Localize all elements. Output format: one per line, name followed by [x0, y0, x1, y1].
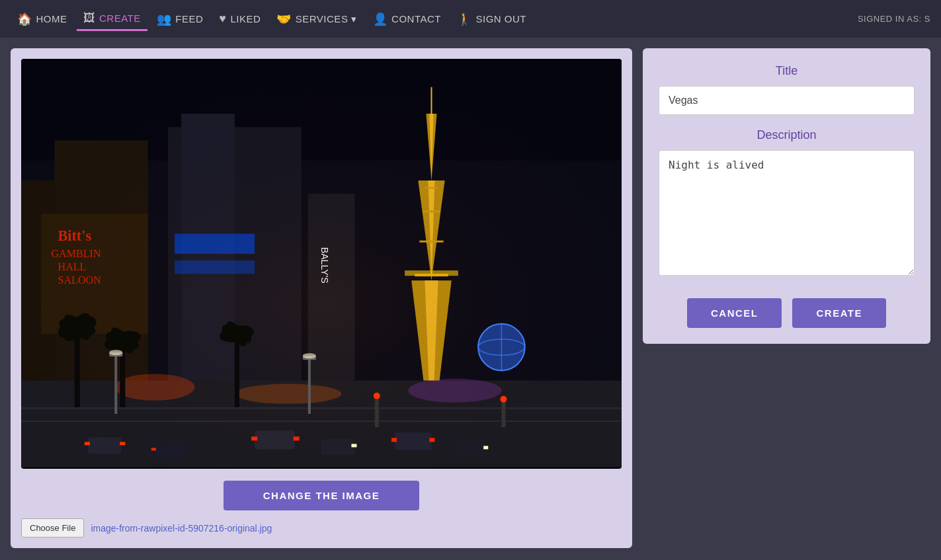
svg-rect-72 — [308, 357, 311, 414]
choose-file-button[interactable]: Choose File — [21, 518, 84, 538]
image-preview: Bitt's GAMBLIN HALL SALOON BALLY'S — [21, 59, 622, 469]
file-input-row: Choose File image-from-rawpixel-id-59072… — [21, 518, 622, 538]
nav-feed-label: Feed — [175, 13, 203, 24]
nav-signout[interactable]: 🚶 Sign Out — [450, 8, 533, 30]
svg-rect-69 — [114, 354, 117, 414]
nav-liked[interactable]: ♥ LIKed — [212, 8, 267, 30]
vegas-image: Bitt's GAMBLIN HALL SALOON BALLY'S — [21, 59, 622, 469]
nav-create[interactable]: 🖼 Create — [77, 7, 147, 31]
feed-icon: 👥 — [157, 12, 172, 26]
title-input[interactable] — [659, 86, 915, 115]
svg-rect-55 — [21, 60, 622, 467]
svg-rect-56 — [75, 327, 80, 407]
create-icon: 🖼 — [83, 11, 96, 25]
nav-contact[interactable]: 👤 Contact — [366, 8, 448, 30]
heart-icon: ♥ — [219, 12, 226, 26]
nav-contact-label: Contact — [391, 13, 441, 24]
change-image-button[interactable]: Change The Image — [224, 481, 420, 510]
services-icon: 🤝 — [276, 12, 292, 26]
svg-point-71 — [109, 350, 122, 355]
signed-in-label: Signed In as: S — [858, 14, 930, 24]
contact-icon: 👤 — [373, 12, 388, 26]
nav-home-label: Home — [36, 13, 67, 24]
nav-services-label: Services ▾ — [296, 13, 357, 25]
cancel-button[interactable]: Cancel — [687, 298, 782, 328]
nav-home[interactable]: 🏠 Home — [11, 8, 74, 30]
nav-liked-label: LIKed — [230, 13, 261, 24]
right-panel: Title Description Night is alived Cancel… — [643, 48, 930, 344]
nav-feed[interactable]: 👥 Feed — [150, 8, 210, 30]
nav-signout-label: Sign Out — [475, 13, 526, 24]
navbar: 🏠 Home 🖼 Create 👥 Feed ♥ LIKed 🤝 Service… — [0, 0, 941, 38]
description-textarea[interactable]: Night is alived — [659, 150, 915, 276]
file-name-label: image-from-rawpixel-id-5907216-original.… — [91, 523, 272, 534]
form-buttons: Cancel Create — [659, 298, 915, 328]
main-content: Bitt's GAMBLIN HALL SALOON BALLY'S — [0, 38, 941, 559]
title-label: Title — [659, 64, 915, 78]
left-panel: Bitt's GAMBLIN HALL SALOON BALLY'S — [11, 48, 632, 548]
nav-services[interactable]: 🤝 Services ▾ — [270, 8, 363, 30]
home-icon: 🏠 — [17, 12, 32, 26]
svg-point-74 — [303, 353, 316, 358]
signout-icon: 🚶 — [457, 12, 472, 26]
description-label: Description — [659, 128, 915, 142]
nav-create-label: Create — [99, 13, 141, 24]
svg-rect-65 — [235, 334, 239, 407]
create-button[interactable]: Create — [792, 298, 886, 328]
